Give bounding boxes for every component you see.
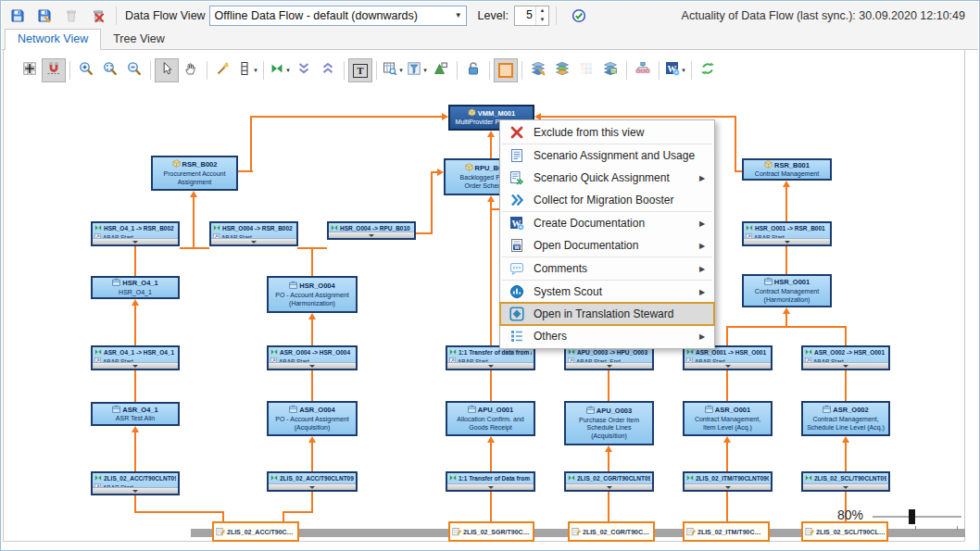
- menu-item-scenario-assignment-and-usage[interactable]: Scenario Assignment and Usage: [500, 144, 714, 167]
- node-hsr-o4-1[interactable]: HSR_O4_1HSR_O4_1: [91, 276, 180, 299]
- filter-scenario-button[interactable]: [429, 58, 453, 82]
- hierarchy-button[interactable]: [631, 58, 655, 82]
- menu-item-scenario-quick-assignment[interactable]: Scenario Quick Assignment▶: [500, 167, 714, 189]
- save-as-icon[interactable]: [33, 5, 56, 27]
- expand-strip[interactable]: [447, 362, 534, 369]
- expand-strip[interactable]: [329, 232, 414, 238]
- transformation-tr-asro004-hsro004[interactable]: ASR_O004 -> HSR_O004ABAP Start: [267, 345, 358, 370]
- node-hsr-o004[interactable]: HSR_O004PO - Account Assignment(Harmoniz…: [267, 276, 358, 313]
- node-rsr-b002[interactable]: RSR_B002Procurement AccountAssignment: [151, 156, 238, 191]
- zoom-slider-track[interactable]: [873, 516, 961, 518]
- node-apu-o003[interactable]: APU_O003Purchase Order ItemSchedule Line…: [564, 401, 654, 445]
- node-asr-o004[interactable]: ASR_O004PO - Account Assignment(Acquisit…: [267, 401, 358, 436]
- collapse-all-button[interactable]: [292, 58, 316, 82]
- layers-image-button[interactable]: [598, 58, 622, 82]
- transformation-tr-asro001-hsro001[interactable]: ASR_O001 -> HSR_O001ABAP Start: [683, 345, 773, 370]
- node-asr-o4-1[interactable]: ASR_O4_1ASR Test Alin: [91, 402, 180, 426]
- menu-item-others[interactable]: Others▶: [500, 325, 714, 347]
- word-export-button[interactable]: W▾: [663, 58, 687, 82]
- chevron-down-icon[interactable]: ▾: [254, 67, 258, 74]
- zoom-slider-handle[interactable]: [909, 509, 915, 524]
- transformation-tr-asro002-hsro001[interactable]: ASR_O002 -> HSR_O001ABAP Start: [801, 345, 890, 370]
- expand-strip[interactable]: [269, 483, 356, 490]
- datasource-ds-itm[interactable]: 2LIS_02_ITM/T90C…: [683, 521, 770, 542]
- node-apu-o001[interactable]: APU_O001Allocation Confirm. andGoods Rec…: [446, 401, 535, 436]
- zoom-out-button[interactable]: [122, 58, 146, 82]
- menu-item-collect-for-migration-booster[interactable]: Collect for Migration Booster: [500, 189, 714, 211]
- remove-view-icon[interactable]: [87, 5, 109, 27]
- datasource-ds-sgr[interactable]: 2LIS_02_SGR/T90C…: [448, 521, 534, 542]
- merge-bowtie-button[interactable]: ▾: [268, 58, 292, 82]
- transformation-tr-2lis-scl[interactable]: 2LIS_02_SCL/T90CLNT090 ->…: [801, 471, 890, 492]
- transformation-tr-2lis-acc-2[interactable]: 2LIS_02_ACC/T90CLNT090 ->…: [267, 471, 358, 492]
- menu-item-system-scout[interactable]: System Scout▶: [500, 281, 714, 303]
- transformation-tr-apuo003-hpuo003[interactable]: APU_O003 -> HPU_O003ABAP Start, End: [564, 345, 654, 370]
- datasource-ds-cgr[interactable]: 2LIS_02_CGR/T90C…: [568, 521, 655, 542]
- menu-item-open-documentation[interactable]: WOpen Documentation▶: [500, 234, 714, 257]
- menu-item-comments[interactable]: Comments▶: [500, 257, 714, 280]
- lock-button[interactable]: [461, 58, 485, 82]
- level-stepper[interactable]: 5 ▲▼: [514, 6, 549, 26]
- stepper-up-icon[interactable]: ▲: [536, 6, 548, 16]
- node-asr-o002[interactable]: ASR_O002Contract Management,Schedule Lin…: [801, 401, 890, 436]
- transformation-tr-hsro41-rsrb002[interactable]: HSR_O4_1 -> RSR_B002ABAP Start: [91, 221, 180, 246]
- transformation-tr-asro41-hsro41[interactable]: ASR_O4_1 -> HSR_O4_1ABAP Start: [91, 345, 180, 370]
- chevron-down-icon[interactable]: ▾: [286, 67, 290, 74]
- magic-wand-button[interactable]: [211, 58, 235, 82]
- data-flow-view-select[interactable]: Offline Data Flow - default (downwards) …: [209, 6, 467, 26]
- filter-button[interactable]: ▾: [405, 58, 429, 82]
- layers-color-button[interactable]: [550, 58, 574, 82]
- table-search-button[interactable]: ▾: [381, 58, 405, 82]
- expand-strip[interactable]: [744, 238, 830, 244]
- chevron-down-icon[interactable]: ▾: [682, 67, 685, 74]
- chevron-down-icon[interactable]: ▼: [451, 11, 466, 19]
- transformation-tr-2lis-cgr[interactable]: 2LIS_02_CGR/T90CLNT090 ->…: [564, 471, 654, 492]
- transformation-tr-hsro001-rsrb001[interactable]: HSR_O001 -> RSR_B001ABAP Start: [742, 221, 832, 246]
- transformation-tr-2lis-acc-1[interactable]: 2LIS_02_ACC/T90CLNT090 ->…ABAP Start: [91, 471, 180, 495]
- expand-all-button[interactable]: [316, 58, 340, 82]
- text-mode-button[interactable]: T: [348, 58, 372, 82]
- expand-strip[interactable]: [803, 483, 888, 490]
- menu-item-exclude-from-this-view[interactable]: Exclude from this view: [500, 121, 714, 144]
- tab-network-view[interactable]: Network View: [5, 29, 101, 50]
- stepper-down-icon[interactable]: ▼: [536, 16, 548, 25]
- expand-strip[interactable]: [93, 238, 178, 244]
- menu-item-open-in-translation-steward[interactable]: Open in Translation Steward: [500, 303, 714, 325]
- actuality-check-icon[interactable]: [568, 5, 590, 27]
- transformation-tr-2lis-itm[interactable]: 2LIS_02_ITM/T90CLNT090 ->…: [683, 471, 773, 492]
- expand-strip[interactable]: [685, 362, 771, 369]
- datasource-ds-scl[interactable]: 2LIS_02_SCL/T90CL…: [801, 521, 888, 542]
- zoom-fit-button[interactable]: [98, 58, 122, 82]
- datasource-ds-acc[interactable]: 2LIS_02_ACC/T90C…: [212, 521, 299, 542]
- node-hsr-o001[interactable]: HSR_O001Contract Management(Harmonizatio…: [742, 274, 832, 307]
- pan-hand-button[interactable]: [179, 58, 203, 82]
- expand-strip[interactable]: [685, 483, 771, 490]
- expand-strip[interactable]: [803, 362, 888, 369]
- expand-strip[interactable]: [211, 238, 296, 244]
- transformation-tr-hsro004-rsrb002[interactable]: HSR_O004 -> RSR_B002ABAP Start: [209, 221, 298, 246]
- transformation-tr-hsro004-rpub010[interactable]: HSR_O004 -> RPU_B010: [327, 221, 416, 240]
- highlight-frame-button[interactable]: [494, 58, 518, 82]
- expand-strip[interactable]: [93, 487, 178, 494]
- zoom-in-button[interactable]: [74, 58, 98, 82]
- expand-strip[interactable]: [566, 362, 652, 369]
- tab-tree-view[interactable]: Tree View: [101, 30, 177, 49]
- expand-strip[interactable]: [447, 483, 534, 490]
- expand-strip[interactable]: [566, 483, 652, 490]
- node-rsr-b001[interactable]: RSR_B001Contract Management: [742, 158, 832, 181]
- chevron-down-icon[interactable]: ▾: [423, 67, 427, 74]
- snap-magnet-button[interactable]: [42, 58, 66, 82]
- node-asr-o001[interactable]: ASR_O001Contract Management,Item Level (…: [683, 401, 773, 436]
- expand-strip[interactable]: [93, 362, 178, 369]
- transformation-tr-11-apu[interactable]: 1:1 Transfer of data from APU…ABAP Start: [446, 345, 535, 370]
- layers-edit-button[interactable]: [526, 58, 550, 82]
- expand-strip[interactable]: [269, 362, 356, 369]
- refresh-button[interactable]: [696, 58, 720, 82]
- select-cursor-button[interactable]: [155, 58, 179, 82]
- grid-button[interactable]: [18, 58, 42, 82]
- save-icon[interactable]: [6, 5, 29, 27]
- menu-item-create-documentation[interactable]: WCreate Documentation▶: [500, 212, 714, 234]
- color-grid-button[interactable]: [574, 58, 598, 82]
- filmstrip-button[interactable]: ▾: [235, 58, 259, 82]
- chevron-down-icon[interactable]: ▾: [399, 67, 403, 74]
